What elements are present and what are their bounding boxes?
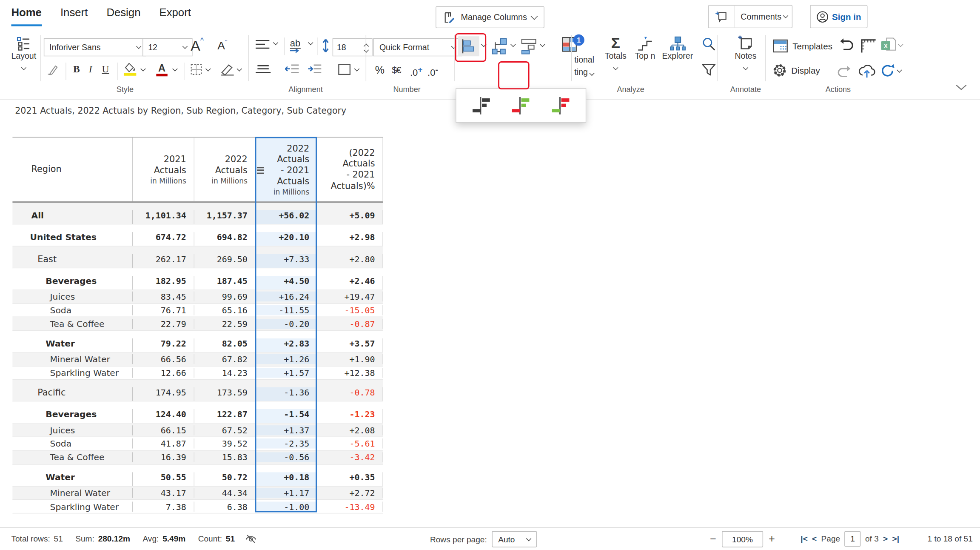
search-button[interactable] xyxy=(701,37,716,52)
variance-pct-cell[interactable]: -13.49 xyxy=(317,501,383,512)
underline-button[interactable]: U xyxy=(102,64,109,75)
value-2021-cell[interactable]: 66.15 xyxy=(132,425,194,435)
table-row[interactable]: Beverages182.95187.45+4.50+2.46 xyxy=(12,268,383,290)
table-row[interactable]: Water50.5550.72+0.18+0.35 xyxy=(12,464,383,486)
variance-pct-cell[interactable]: +2.72 xyxy=(317,488,383,498)
variance-cell[interactable]: +1.26 xyxy=(255,354,317,364)
value-2021-cell[interactable]: 79.22 xyxy=(132,338,194,352)
value-2022-cell[interactable]: 22.59 xyxy=(194,319,255,329)
variance-cell[interactable]: +20.10 xyxy=(255,232,317,246)
table-row[interactable]: Mineral Water66.5667.82+1.26+1.90 xyxy=(12,353,383,367)
value-2022-cell[interactable]: 67.52 xyxy=(194,425,255,435)
table-row[interactable]: Pacific174.95173.59-1.36-0.78 xyxy=(12,380,383,402)
tab-home[interactable]: Home xyxy=(11,6,41,26)
variance-cell[interactable]: +2.83 xyxy=(255,338,317,352)
region-cell[interactable]: Water xyxy=(12,338,132,352)
table-row[interactable]: Tea & Coffee22.7922.59-0.20-0.87 xyxy=(12,318,383,331)
value-2021-cell[interactable]: 16.39 xyxy=(132,453,194,463)
publish-button[interactable] xyxy=(858,63,876,79)
region-cell[interactable]: Tea & Coffee xyxy=(12,453,132,463)
value-2022-cell[interactable]: 67.82 xyxy=(194,354,255,364)
variance-cell[interactable]: -1.54 xyxy=(255,410,317,423)
chevron-down-icon[interactable] xyxy=(481,42,486,47)
waterfall-red-green-icon[interactable] xyxy=(551,95,571,115)
variance-pct-cell[interactable]: +3.57 xyxy=(317,338,383,352)
value-2021-cell[interactable]: 66.56 xyxy=(132,354,194,364)
increase-font-button[interactable]: A^ xyxy=(191,36,204,54)
region-cell[interactable]: Beverages xyxy=(12,410,132,423)
column-header-region[interactable]: Region xyxy=(12,138,132,201)
chevron-down-icon[interactable] xyxy=(354,66,359,71)
value-2021-cell[interactable]: 41.87 xyxy=(132,439,194,449)
value-2021-cell[interactable]: 262.17 xyxy=(132,254,194,268)
decrease-indent-button[interactable] xyxy=(285,64,300,75)
variance-cell[interactable]: +1.37 xyxy=(255,425,317,435)
value-2021-cell[interactable]: 83.45 xyxy=(132,292,194,302)
region-cell[interactable]: United States xyxy=(12,232,132,246)
variance-pct-cell[interactable]: -5.61 xyxy=(317,439,383,449)
table-row[interactable]: Sparkling Water7.386.38-1.00-13.49 xyxy=(12,500,383,513)
value-2021-cell[interactable]: 43.17 xyxy=(132,488,194,498)
variance-pct-cell[interactable]: +1.90 xyxy=(317,354,383,364)
value-2022-cell[interactable]: 15.83 xyxy=(194,453,255,463)
bold-button[interactable]: B xyxy=(73,64,80,75)
increase-indent-button[interactable] xyxy=(308,64,322,75)
font-color-button[interactable]: A xyxy=(156,63,167,76)
export-excel-button[interactable]: x xyxy=(880,37,903,53)
conditional-formatting-button[interactable]: 1 xyxy=(561,36,578,53)
decrease-decimal-button[interactable]: .0- xyxy=(427,65,438,77)
variance-pct-cell[interactable]: -0.87 xyxy=(317,319,383,329)
table-row[interactable]: All1,101.341,157.37+56.02+5.09 xyxy=(12,203,383,224)
value-2022-cell[interactable]: 269.50 xyxy=(194,254,255,268)
hide-stats-button[interactable] xyxy=(245,533,257,544)
display-button[interactable]: Display xyxy=(772,63,820,77)
value-2021-cell[interactable]: 124.40 xyxy=(132,410,194,423)
refresh-button[interactable] xyxy=(880,63,901,78)
column-header-variance[interactable]: 2022 Actuals - 2021 Actuals in Millions xyxy=(255,138,317,201)
chevron-down-icon[interactable] xyxy=(140,66,145,71)
value-2022-cell[interactable]: 14.23 xyxy=(194,368,255,378)
value-2022-cell[interactable]: 1,157.37 xyxy=(194,210,255,224)
resize-button[interactable] xyxy=(859,37,876,53)
tab-design[interactable]: Design xyxy=(106,6,140,26)
variance-pct-cell[interactable]: -3.42 xyxy=(317,453,383,463)
variance-pct-cell[interactable]: +0.35 xyxy=(317,472,383,486)
increase-decimal-button[interactable]: .0+ xyxy=(410,65,423,77)
value-2022-cell[interactable]: 173.59 xyxy=(194,387,255,401)
chevron-down-icon[interactable] xyxy=(897,67,902,72)
table-row[interactable]: United States674.72694.82+20.10+2.98 xyxy=(12,225,383,246)
variance-cell[interactable]: +56.02 xyxy=(255,210,317,224)
variance-pct-cell[interactable]: -0.78 xyxy=(317,387,383,401)
table-row[interactable]: East262.17269.50+7.33+2.80 xyxy=(12,246,383,268)
variance-pct-cell[interactable]: +5.09 xyxy=(317,210,383,224)
variance-pct-cell[interactable]: -1.23 xyxy=(317,410,383,423)
quick-format-button[interactable]: Quick Format xyxy=(373,38,462,57)
value-2021-cell[interactable]: 674.72 xyxy=(132,232,194,246)
decrease-font-button[interactable]: Aˇ xyxy=(217,40,227,53)
variance-cell[interactable]: +0.18 xyxy=(255,472,317,486)
first-page-button[interactable]: |< xyxy=(801,534,808,544)
value-2022-cell[interactable]: 39.52 xyxy=(194,439,255,449)
zoom-level[interactable]: 100% xyxy=(722,531,763,547)
region-cell[interactable]: Juices xyxy=(12,425,132,435)
table-row[interactable]: Soda41.8739.52-2.35-5.61 xyxy=(12,437,383,451)
value-2021-cell[interactable]: 12.66 xyxy=(132,368,194,378)
value-2021-cell[interactable]: 174.95 xyxy=(132,387,194,401)
value-2022-cell[interactable]: 65.16 xyxy=(194,305,255,315)
column-header-2021-actuals[interactable]: 2021 Actuals in Millions xyxy=(132,138,194,201)
waterfall-neutral-icon[interactable] xyxy=(471,95,491,115)
variance-cell[interactable]: -0.20 xyxy=(255,319,317,329)
filter-button[interactable] xyxy=(701,63,716,77)
comments-button[interactable]: Comments xyxy=(708,5,792,28)
combo-chart-button[interactable] xyxy=(521,37,538,55)
value-2022-cell[interactable]: 50.72 xyxy=(194,472,255,486)
top-n-button[interactable]: Top n xyxy=(631,36,659,60)
variance-cell[interactable]: +1.17 xyxy=(255,488,317,498)
next-page-button[interactable]: > xyxy=(883,534,888,544)
table-row[interactable]: Mineral Water43.1744.34+1.17+2.72 xyxy=(12,486,383,500)
variance-pct-cell[interactable]: -15.05 xyxy=(317,305,383,315)
variance-pct-cell[interactable]: +2.98 xyxy=(317,232,383,246)
layout-button[interactable]: Layout xyxy=(8,36,40,72)
value-2021-cell[interactable]: 22.79 xyxy=(132,319,194,329)
wrap-text-button[interactable]: ab xyxy=(290,37,301,54)
